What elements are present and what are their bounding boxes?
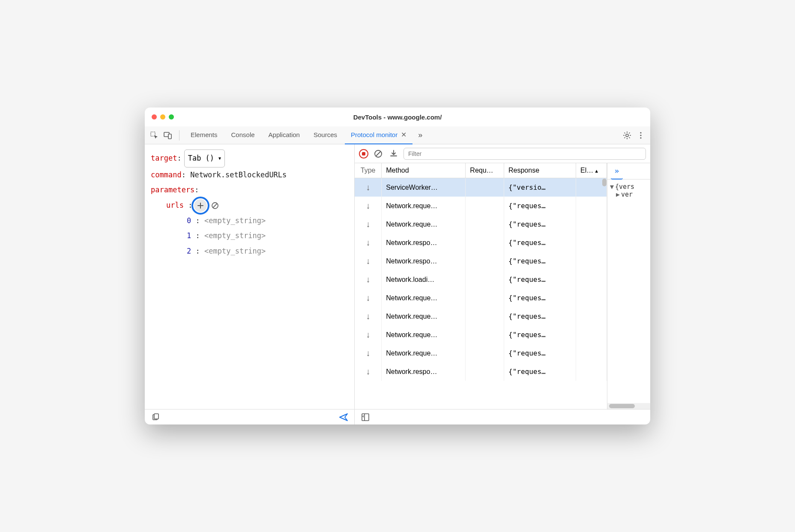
tab-label: Application <box>269 131 300 138</box>
command-value[interactable]: Network.setBlockedURLs <box>190 167 287 183</box>
request-cell <box>466 326 504 344</box>
method-cell: Network.respo… <box>382 362 466 381</box>
col-response[interactable]: Response <box>504 163 576 178</box>
inspect-element-icon[interactable] <box>148 129 160 141</box>
tab-application[interactable]: Application <box>263 126 306 144</box>
more-tabs-icon[interactable]: » <box>414 129 426 141</box>
response-cell: {"reques… <box>504 307 576 326</box>
arrow-down-icon: ↓ <box>366 219 370 229</box>
arrow-down-icon: ↓ <box>366 182 370 192</box>
response-cell: {"versio… <box>504 178 576 197</box>
table-row[interactable]: ↓Network.reque…{"reques… <box>355 344 607 362</box>
elapsed-cell <box>576 233 607 252</box>
save-log-button[interactable] <box>388 148 399 159</box>
settings-icon[interactable] <box>621 129 633 141</box>
response-cell: {"reques… <box>504 289 576 307</box>
devtools-window: DevTools - www.google.com/ Elements Cons… <box>145 108 650 424</box>
sidebar-h-scrollbar[interactable] <box>607 403 650 409</box>
urls-key: urls <box>166 198 184 213</box>
url-row-2[interactable]: 2 : <empty_string> <box>187 244 348 259</box>
col-type[interactable]: Type <box>355 163 382 178</box>
tree-child[interactable]: ▶ver <box>610 191 648 198</box>
col-elapsed[interactable]: El…▲ <box>576 163 607 178</box>
svg-rect-10 <box>154 414 158 419</box>
svg-rect-2 <box>168 134 171 139</box>
elapsed-cell <box>576 270 607 289</box>
record-button[interactable] <box>359 149 368 158</box>
arrow-down-icon: ↓ <box>366 256 370 266</box>
url-row-0[interactable]: 0 : <empty_string> <box>187 213 348 229</box>
col-request[interactable]: Requ… <box>466 163 504 178</box>
svg-point-3 <box>626 134 628 137</box>
target-key: target <box>151 151 177 166</box>
method-cell: Network.reque… <box>382 344 466 362</box>
clear-log-button[interactable] <box>373 148 384 159</box>
parameters-key: parameters <box>151 182 194 198</box>
svg-point-5 <box>640 134 641 136</box>
arrow-down-icon: ↓ <box>366 238 370 247</box>
send-command-button[interactable] <box>338 412 349 423</box>
target-select[interactable]: Tab () ▼ <box>184 149 225 167</box>
close-window-button[interactable] <box>152 114 157 120</box>
method-cell: Network.reque… <box>382 289 466 307</box>
divider <box>179 130 179 140</box>
command-editor-panel: target: Tab () ▼ command: Network.setBlo… <box>145 144 355 424</box>
response-cell: {"reques… <box>504 344 576 362</box>
method-cell: Network.respo… <box>382 233 466 252</box>
request-cell <box>466 289 504 307</box>
clear-urls-button[interactable] <box>209 199 221 212</box>
maximize-window-button[interactable] <box>169 114 174 120</box>
copy-command-button[interactable] <box>150 412 161 423</box>
table-row[interactable]: ↓Network.reque…{"reques… <box>355 307 607 326</box>
request-cell <box>466 233 504 252</box>
command-key: command <box>151 167 182 183</box>
tab-elements[interactable]: Elements <box>185 126 224 144</box>
detail-sidebar: » ▼{vers ▶ver <box>607 163 650 409</box>
log-bottom-toolbar <box>355 409 650 424</box>
response-cell: {"reques… <box>504 233 576 252</box>
filter-input[interactable] <box>403 148 646 160</box>
method-cell: Network.reque… <box>382 307 466 326</box>
minimize-window-button[interactable] <box>160 114 165 120</box>
tab-sources[interactable]: Sources <box>308 126 343 144</box>
add-url-button[interactable] <box>194 199 207 212</box>
table-row[interactable]: ↓Network.reque…{"reques… <box>355 197 607 215</box>
sort-asc-icon: ▲ <box>594 168 599 173</box>
table-row[interactable]: ↓Network.loadi…{"reques… <box>355 270 607 289</box>
response-cell: {"reques… <box>504 252 576 270</box>
command-editor: target: Tab () ▼ command: Network.setBlo… <box>145 144 354 409</box>
tab-console[interactable]: Console <box>225 126 261 144</box>
close-tab-icon[interactable]: ✕ <box>401 131 406 139</box>
table-row[interactable]: ↓Network.reque…{"reques… <box>355 215 607 233</box>
elapsed-cell <box>576 362 607 381</box>
editor-bottom-toolbar <box>145 409 354 424</box>
tab-label: Elements <box>191 131 218 138</box>
device-toolbar-icon[interactable] <box>162 129 174 141</box>
method-cell: Network.loadi… <box>382 270 466 289</box>
svg-line-12 <box>376 152 380 156</box>
elapsed-cell <box>576 326 607 344</box>
table-row[interactable]: ↓Network.reque…{"reques… <box>355 326 607 344</box>
request-cell <box>466 270 504 289</box>
table-row[interactable]: ↓ServiceWorker…{"versio… <box>355 178 607 197</box>
kebab-menu-icon[interactable] <box>635 129 647 141</box>
tree-root[interactable]: ▼{vers <box>610 183 648 191</box>
table-row[interactable]: ↓Network.reque…{"reques… <box>355 289 607 307</box>
col-method[interactable]: Method <box>382 163 466 178</box>
url-row-1[interactable]: 1 : <empty_string> <box>187 228 348 244</box>
table-v-scrollbar[interactable] <box>602 179 607 186</box>
request-cell <box>466 362 504 381</box>
tab-protocol-monitor[interactable]: Protocol monitor ✕ <box>345 126 412 144</box>
more-panels-icon[interactable]: » <box>611 163 623 179</box>
elapsed-cell <box>576 289 607 307</box>
protocol-table: Type Method Requ… Response El…▲ ↓Service… <box>355 163 607 381</box>
protocol-log-panel: Type Method Requ… Response El…▲ ↓Service… <box>355 144 650 424</box>
table-row[interactable]: ↓Network.respo…{"reques… <box>355 252 607 270</box>
table-row[interactable]: ↓Network.respo…{"reques… <box>355 233 607 252</box>
request-cell <box>466 178 504 197</box>
request-cell <box>466 197 504 215</box>
toggle-editor-button[interactable] <box>360 412 371 423</box>
arrow-down-icon: ↓ <box>366 201 370 210</box>
svg-rect-13 <box>362 414 369 421</box>
table-row[interactable]: ↓Network.respo…{"reques… <box>355 362 607 381</box>
